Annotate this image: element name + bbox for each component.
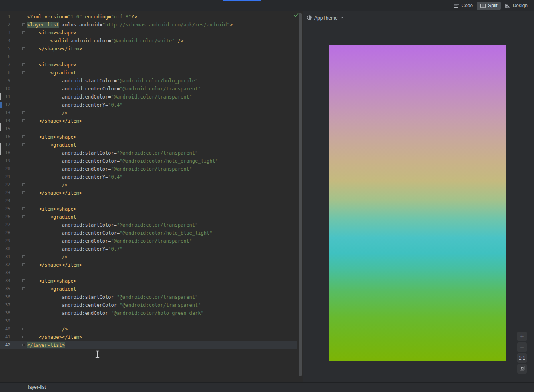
code-line-37[interactable]: android:centerColor="@android:color/tran… [27,301,233,309]
code-line-39[interactable] [27,317,233,325]
line-number[interactable]: 3 [0,29,18,37]
line-number[interactable]: 28 [0,229,18,237]
line-number[interactable]: 27 [0,221,18,229]
line-number[interactable]: 37 [0,301,18,309]
code-line-42[interactable]: </layer-list> [27,341,233,349]
line-number[interactable]: 4 [0,37,18,45]
fold-marker[interactable] [22,336,25,338]
inspection-check-icon[interactable] [293,12,299,18]
code-line-33[interactable] [27,269,233,277]
code-line-22[interactable]: /> [27,181,233,189]
line-number[interactable]: 25 [0,205,18,213]
line-number[interactable]: 20 [0,165,18,173]
line-number[interactable]: 10 [0,85,18,93]
line-number[interactable]: 24 [0,197,18,205]
line-number[interactable]: 8 [0,69,18,77]
fold-marker[interactable] [22,143,25,146]
code-line-28[interactable]: android:centerColor="@android:color/holo… [27,229,233,237]
line-number[interactable]: 5 [0,45,18,53]
editor-gutter[interactable]: 1234567891011121314151617181920212223242… [0,13,18,349]
code-line-17[interactable]: <gradient [27,141,233,149]
split-mode-button[interactable]: Split [477,2,500,10]
fold-marker[interactable] [22,135,25,138]
code-line-23[interactable]: </shape></item> [27,189,233,197]
line-number[interactable]: 26 [0,213,18,221]
line-number[interactable]: 40 [0,325,18,333]
zoom-in-button[interactable]: + [517,332,527,341]
code-line-21[interactable]: android:centerY="0.4" [27,173,233,181]
code-line-35[interactable]: <gradient [27,285,233,293]
code-area[interactable]: <?xml version="1.0" encoding="utf-8"?><l… [27,13,233,349]
line-number[interactable]: 36 [0,293,18,301]
line-number[interactable]: 2 [0,21,18,29]
fold-marker[interactable] [22,71,25,74]
fold-marker[interactable] [22,255,25,258]
fold-marker[interactable] [22,215,25,218]
design-mode-button[interactable]: Design [502,2,531,10]
fold-marker[interactable] [22,23,25,26]
fold-marker[interactable] [22,31,25,34]
code-line-4[interactable]: <solid android:color="@android:color/whi… [27,37,233,45]
code-line-9[interactable]: android:startColor="@android:color/holo_… [27,77,233,85]
line-number[interactable]: 39 [0,317,18,325]
line-number[interactable]: 18 [0,149,18,157]
line-number[interactable]: 38 [0,309,18,317]
line-number[interactable]: 31 [0,253,18,261]
line-number[interactable]: 6 [0,53,18,61]
code-line-40[interactable]: /> [27,325,233,333]
code-line-20[interactable]: android:endColor="@android:color/transpa… [27,165,233,173]
fold-marker[interactable] [22,191,25,194]
fold-marker[interactable] [22,263,25,266]
line-number[interactable]: 17 [0,141,18,149]
zoom-out-button[interactable]: − [517,342,527,352]
code-line-29[interactable]: android:endColor="@android:color/transpa… [27,237,233,245]
code-line-38[interactable]: android:endColor="@android:color/holo_gr… [27,309,233,317]
fold-marker[interactable] [22,207,25,210]
line-number[interactable]: 41 [0,333,18,341]
code-editor[interactable]: 1234567891011121314151617181920212223242… [0,11,303,382]
fold-marker[interactable] [22,328,25,330]
line-number[interactable]: 11 [0,93,18,101]
line-number[interactable]: 12 [0,101,18,109]
code-line-1[interactable]: <?xml version="1.0" encoding="utf-8"?> [27,13,233,21]
line-number[interactable]: 23 [0,189,18,197]
line-number[interactable]: 19 [0,157,18,165]
code-line-25[interactable]: <item><shape> [27,205,233,213]
code-line-36[interactable]: android:startColor="@android:color/trans… [27,293,233,301]
code-mode-button[interactable]: Code [450,2,476,10]
line-number[interactable]: 21 [0,173,18,181]
fold-marker[interactable] [22,119,25,122]
code-line-27[interactable]: android:startColor="@android:color/trans… [27,221,233,229]
code-line-14[interactable]: </shape></item> [27,117,233,125]
zoom-actual-size-button[interactable]: 1:1 [517,353,527,363]
line-number[interactable]: 1 [0,13,18,21]
line-number[interactable]: 34 [0,277,18,285]
code-line-41[interactable]: </shape></item> [27,333,233,341]
code-line-18[interactable]: android:startColor="@android:color/trans… [27,149,233,157]
code-line-15[interactable] [27,125,233,133]
code-line-11[interactable]: android:endColor="@android:color/transpa… [27,93,233,101]
line-number[interactable]: 9 [0,77,18,85]
line-number[interactable]: 7 [0,61,18,69]
line-number[interactable]: 33 [0,269,18,277]
code-line-32[interactable]: </shape></item> [27,261,233,269]
code-line-12[interactable]: android:centerY="0.4" [27,101,233,109]
code-line-3[interactable]: <item><shape> [27,29,233,37]
code-line-24[interactable] [27,197,233,205]
fold-marker[interactable] [22,111,25,114]
code-line-13[interactable]: /> [27,109,233,117]
code-line-5[interactable]: </shape></item> [27,45,233,53]
line-number[interactable]: 42 [0,341,18,349]
fold-marker[interactable] [22,279,25,282]
code-line-7[interactable]: <item><shape> [27,61,233,69]
breadcrumb-layer-list[interactable]: layer-list [28,384,46,390]
code-line-19[interactable]: android:centerColor="@android:color/holo… [27,157,233,165]
fold-marker[interactable] [22,344,25,346]
code-line-2[interactable]: <layer-list xmlns:android="http://schema… [27,21,233,29]
scrollbar-thumb[interactable] [299,13,302,376]
line-number[interactable]: 14 [0,117,18,125]
zoom-to-fit-button[interactable] [517,364,527,374]
code-line-30[interactable]: android:centerY="0.7" [27,245,233,253]
fold-marker[interactable] [22,63,25,66]
theme-selector[interactable]: AppTheme [307,14,344,22]
